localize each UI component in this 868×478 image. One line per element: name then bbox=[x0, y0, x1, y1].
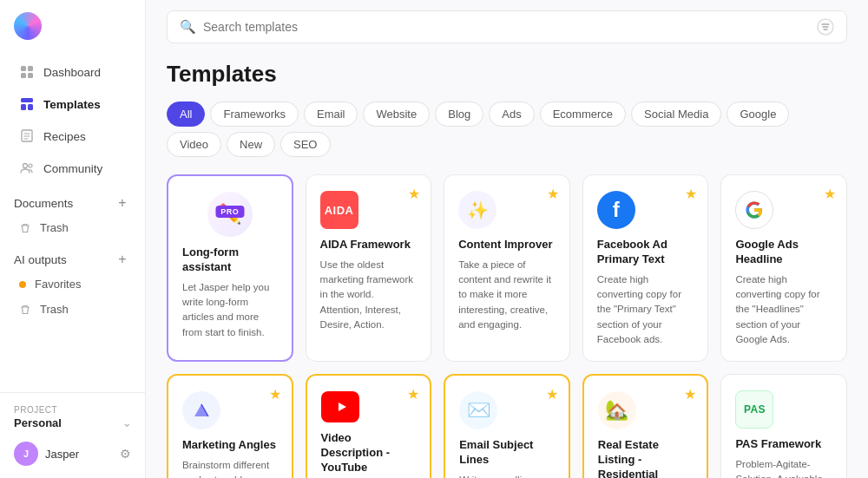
filter-tab-new[interactable]: New bbox=[227, 132, 275, 157]
template-card-facebook-ad[interactable]: ★ f Facebook Ad Primary Text Create high… bbox=[582, 174, 709, 362]
users-icon bbox=[19, 160, 35, 176]
sidebar-item-templates[interactable]: Templates bbox=[5, 88, 140, 120]
layout-icon bbox=[19, 96, 35, 112]
filter-tab-all[interactable]: All bbox=[167, 101, 205, 127]
star-icon-google: ★ bbox=[824, 186, 836, 202]
filter-tab-social-media[interactable]: Social Media bbox=[631, 101, 721, 127]
filter-tab-ecommerce[interactable]: Ecommerce bbox=[540, 101, 626, 127]
template-card-long-form[interactable]: ✏️ PRO Long-form assistant Let Jasper he… bbox=[167, 174, 293, 362]
sidebar-item-templates-label: Templates bbox=[43, 98, 101, 111]
project-name[interactable]: Personal ⌄ bbox=[10, 415, 135, 431]
card-title-facebook: Facebook Ad Primary Text bbox=[597, 238, 694, 267]
template-card-google-ads[interactable]: ★ Google Ads Headline Create high conver… bbox=[720, 174, 847, 362]
svg-marker-10 bbox=[339, 403, 346, 411]
search-icon: 🔍 bbox=[180, 19, 196, 35]
filter-tab-ads[interactable]: Ads bbox=[489, 101, 534, 127]
svg-rect-3 bbox=[28, 73, 33, 78]
settings-icon[interactable]: ⚙ bbox=[120, 447, 131, 461]
sidebar-bottom: PROJECT Personal ⌄ J Jasper ⚙ bbox=[0, 392, 145, 478]
avatar: J bbox=[14, 442, 38, 466]
trash-ai-label: Trash bbox=[40, 303, 69, 316]
template-card-real-estate[interactable]: ★ 🏡 Real Estate Listing - Residential Cr… bbox=[582, 374, 709, 478]
star-icon-real-estate: ★ bbox=[684, 386, 696, 403]
documents-add-button[interactable]: + bbox=[114, 194, 131, 212]
filter-tab-blog[interactable]: Blog bbox=[435, 101, 483, 127]
ai-outputs-label: AI outputs bbox=[14, 253, 67, 266]
template-card-aida[interactable]: ★ AIDA AIDA Framework Use the oldest mar… bbox=[306, 174, 432, 362]
logo-area bbox=[0, 0, 145, 49]
trash-docs-label: Trash bbox=[40, 221, 69, 234]
book-icon bbox=[19, 128, 35, 144]
templates-grid: ✏️ PRO Long-form assistant Let Jasper he… bbox=[167, 174, 847, 478]
card-desc-pas: Problem-Agitate-Solution. A valuable fra… bbox=[735, 457, 832, 478]
filter-tab-seo[interactable]: SEO bbox=[280, 132, 330, 157]
filter-tab-website[interactable]: Website bbox=[363, 101, 430, 127]
trash-ai-icon bbox=[19, 304, 31, 316]
facebook-icon: f bbox=[597, 191, 635, 229]
sidebar-item-community[interactable]: Community bbox=[5, 153, 140, 184]
sidebar-item-trash-ai[interactable]: Trash bbox=[0, 297, 145, 322]
filter-tab-google[interactable]: Google bbox=[727, 101, 789, 127]
template-card-email-subject[interactable]: ★ ✉️ Email Subject Lines Write compellin… bbox=[444, 374, 570, 478]
pro-badge: PRO bbox=[215, 206, 244, 218]
star-icon-marketing: ★ bbox=[269, 386, 281, 403]
ai-outputs-add-button[interactable]: + bbox=[114, 251, 131, 268]
card-desc-content-improver: Take a piece of content and rewrite it t… bbox=[458, 258, 556, 332]
template-card-content-improver[interactable]: ★ ✨ Content Improver Take a piece of con… bbox=[444, 174, 570, 362]
search-input[interactable] bbox=[203, 20, 810, 34]
user-name: Jasper bbox=[45, 448, 113, 461]
sidebar-item-recipes-label: Recipes bbox=[43, 130, 86, 143]
documents-section: Documents + bbox=[0, 187, 145, 215]
card-title-email: Email Subject Lines bbox=[459, 438, 555, 468]
star-icon-youtube: ★ bbox=[407, 386, 419, 403]
card-title-marketing: Marketing Angles bbox=[182, 438, 278, 453]
svg-rect-4 bbox=[21, 98, 33, 102]
house-icon: 🏡 bbox=[598, 391, 636, 429]
favorites-label: Favorites bbox=[35, 278, 81, 291]
star-icon-aida: ★ bbox=[408, 186, 420, 202]
card-title-google: Google Ads Headline bbox=[735, 238, 832, 267]
filter-tab-email[interactable]: Email bbox=[304, 101, 358, 127]
user-row: J Jasper ⚙ bbox=[10, 438, 135, 469]
template-card-youtube[interactable]: ★ Video Description - YouTube Create uni… bbox=[306, 374, 432, 478]
marketing-icon bbox=[182, 391, 220, 429]
search-options-button[interactable] bbox=[817, 18, 834, 36]
sidebar-item-favorites[interactable]: Favorites bbox=[0, 272, 145, 297]
grid-icon bbox=[19, 64, 35, 80]
template-card-pas[interactable]: PAS PAS Framework Problem-Agitate-Soluti… bbox=[720, 374, 847, 478]
sidebar-item-dashboard-label: Dashboard bbox=[43, 66, 101, 79]
card-desc-email: Write compelling email subject lines tha… bbox=[459, 473, 555, 478]
main-content: 🔍 Templates All Frameworks Email Website… bbox=[146, 0, 868, 478]
svg-rect-5 bbox=[21, 104, 26, 110]
svg-rect-1 bbox=[28, 66, 33, 71]
app-logo bbox=[14, 12, 42, 40]
svg-rect-0 bbox=[21, 66, 26, 71]
card-title-youtube: Video Description - YouTube bbox=[321, 431, 417, 475]
sidebar-item-dashboard[interactable]: Dashboard bbox=[5, 56, 140, 88]
card-desc-google: Create high converting copy for the "Hea… bbox=[735, 272, 832, 347]
sidebar: Dashboard Templates Recipes bbox=[0, 0, 146, 478]
svg-rect-6 bbox=[28, 104, 33, 110]
project-section: PROJECT Personal ⌄ bbox=[10, 402, 135, 438]
wand-icon: ✨ bbox=[458, 191, 496, 229]
pas-icon: PAS bbox=[735, 390, 773, 429]
email-icon: ✉️ bbox=[459, 391, 497, 429]
sidebar-item-trash-docs[interactable]: Trash bbox=[0, 215, 145, 240]
star-icon-email: ★ bbox=[546, 386, 558, 403]
star-icon-facebook: ★ bbox=[685, 186, 697, 202]
project-label: PROJECT bbox=[10, 405, 135, 415]
template-card-marketing-angles[interactable]: ★ Marketing Angles Brainstorm different … bbox=[167, 374, 293, 478]
favorites-dot bbox=[19, 281, 26, 288]
search-bar: 🔍 bbox=[167, 10, 847, 43]
trash-icon bbox=[19, 222, 31, 234]
ai-outputs-section: AI outputs + bbox=[0, 244, 145, 272]
aida-icon: AIDA bbox=[320, 191, 358, 229]
card-desc-facebook: Create high converting copy for the "Pri… bbox=[597, 272, 694, 347]
sidebar-nav: Dashboard Templates Recipes bbox=[0, 49, 145, 392]
filter-tab-video[interactable]: Video bbox=[167, 132, 221, 157]
card-desc-long-form: Let Jasper help you write long-form arti… bbox=[182, 280, 278, 340]
filter-tab-frameworks[interactable]: Frameworks bbox=[210, 101, 299, 127]
card-title-long-form: Long-form assistant bbox=[182, 246, 278, 275]
svg-point-7 bbox=[23, 164, 28, 168]
sidebar-item-recipes[interactable]: Recipes bbox=[5, 121, 140, 152]
